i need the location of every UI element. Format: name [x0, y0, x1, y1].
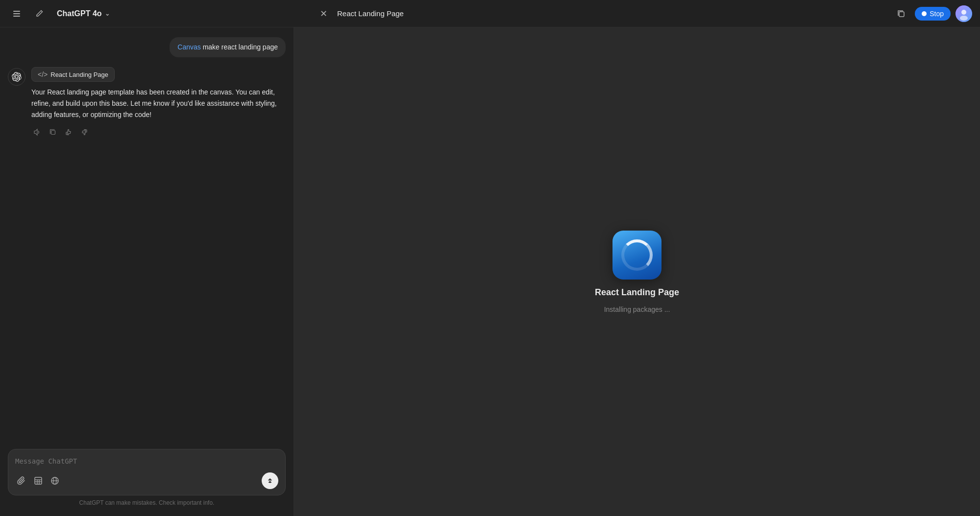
input-box: [8, 449, 286, 495]
code-badge-label: React Landing Page: [50, 71, 108, 78]
chevron-down-icon: ⌄: [105, 10, 110, 17]
user-bubble: Canvas make react landing page: [170, 37, 286, 57]
user-avatar: [956, 5, 972, 22]
stop-dot-icon: [922, 11, 927, 16]
input-area: ChatGPT can make mistakes. Check importa…: [0, 443, 294, 516]
svg-rect-9: [86, 130, 87, 132]
svg-point-6: [960, 16, 968, 21]
assistant-text: Your React landing page template has bee…: [31, 87, 286, 120]
attach-button[interactable]: [15, 474, 28, 487]
assistant-content: </> React Landing Page Your React landin…: [31, 67, 286, 138]
model-name: ChatGPT 4o: [57, 9, 102, 18]
svg-rect-19: [269, 482, 271, 483]
code-badge: </> React Landing Page: [31, 67, 115, 82]
svg-rect-8: [66, 132, 68, 135]
stop-button[interactable]: Stop: [915, 7, 951, 21]
top-bar-left: ChatGPT 4o ⌄: [8, 5, 302, 23]
user-message-text: make react landing page: [201, 43, 278, 51]
svg-rect-1: [13, 13, 20, 14]
svg-rect-7: [51, 131, 55, 135]
canvas-status-text: Installing packages ...: [604, 305, 670, 313]
top-bar-right: Stop: [892, 5, 972, 23]
send-button[interactable]: [262, 472, 278, 489]
action-icons: [31, 126, 286, 138]
top-bar-center: ✕ React Landing Page: [308, 6, 886, 22]
canvas-link[interactable]: Canvas: [177, 43, 200, 51]
svg-rect-3: [899, 12, 904, 17]
table-button[interactable]: [32, 474, 45, 487]
top-bar: ChatGPT 4o ⌄ ✕ React Landing Page Stop: [0, 0, 980, 27]
volume-button[interactable]: [31, 126, 43, 138]
sidebar-toggle-button[interactable]: [8, 5, 25, 23]
canvas-close-button[interactable]: ✕: [316, 6, 331, 22]
stop-label: Stop: [930, 10, 944, 18]
chat-area: Canvas make react landing page </> React…: [0, 27, 294, 443]
canvas-app-title: React Landing Page: [595, 287, 679, 298]
assistant-avatar: [8, 68, 25, 86]
right-panel: React Landing Page Installing packages .…: [294, 27, 980, 516]
svg-rect-0: [13, 11, 20, 12]
globe-button[interactable]: [49, 474, 61, 487]
loading-container: React Landing Page Installing packages .…: [595, 231, 679, 313]
svg-rect-2: [13, 16, 20, 17]
message-input[interactable]: [15, 455, 278, 467]
svg-point-5: [961, 10, 966, 15]
assistant-message: </> React Landing Page Your React landin…: [8, 67, 286, 138]
copy-button[interactable]: [47, 126, 59, 138]
new-chat-button[interactable]: [30, 5, 48, 23]
copy-canvas-button[interactable]: [892, 5, 910, 23]
spinner-ring: [621, 239, 653, 271]
left-panel: Canvas make react landing page </> React…: [0, 27, 294, 516]
disclaimer-text: ChatGPT can make mistakes. Check importa…: [8, 495, 286, 508]
app-icon: [612, 231, 662, 280]
canvas-title: React Landing Page: [337, 9, 404, 18]
input-toolbar: [15, 472, 278, 489]
thumbs-down-button[interactable]: [78, 126, 90, 138]
main-layout: Canvas make react landing page </> React…: [0, 27, 980, 516]
user-message: Canvas make react landing page: [8, 37, 286, 57]
model-selector-button[interactable]: ChatGPT 4o ⌄: [53, 6, 114, 21]
code-icon: </>: [38, 70, 48, 78]
thumbs-up-button[interactable]: [63, 126, 74, 138]
svg-rect-10: [35, 477, 42, 484]
